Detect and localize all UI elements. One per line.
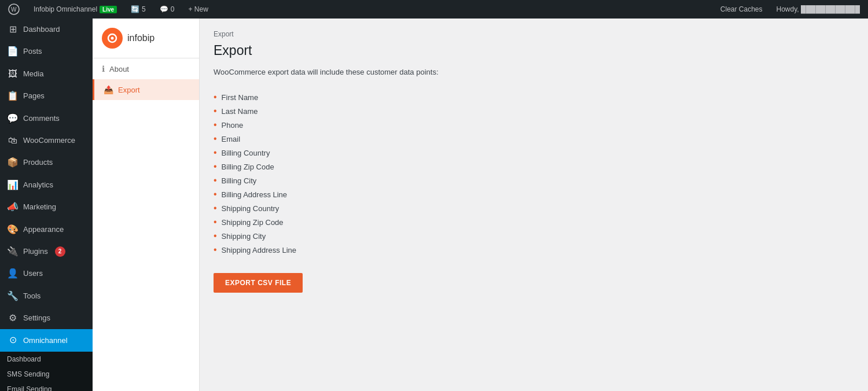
tools-icon: 🔧 — [7, 290, 19, 303]
list-item: •Billing Country — [214, 146, 854, 160]
plugin-logo: infobip — [93, 19, 199, 58]
bullet-icon: • — [214, 245, 217, 254]
bullet-icon: • — [214, 93, 217, 102]
sidebar-item-users[interactable]: 👤 Users — [0, 263, 93, 285]
sidebar-item-pages[interactable]: 📋 Pages — [0, 85, 93, 107]
export-icon: 📤 — [104, 85, 113, 94]
sidebar-item-appearance[interactable]: 🎨 Appearance — [0, 219, 93, 241]
svg-text:W: W — [11, 6, 17, 13]
woocommerce-icon: 🛍 — [7, 134, 19, 147]
list-item: •First Name — [214, 90, 854, 104]
users-icon: 👤 — [7, 267, 19, 280]
svg-point-3 — [111, 37, 114, 40]
plugins-badge: 2 — [55, 246, 65, 257]
settings-icon: ⚙ — [7, 312, 19, 324]
plugin-nav-about[interactable]: ℹ About — [93, 58, 199, 79]
pages-icon: 📋 — [7, 90, 19, 102]
list-item: •Shipping Zip Code — [214, 215, 854, 229]
bullet-icon: • — [214, 204, 217, 213]
analytics-icon: 📊 — [7, 179, 19, 191]
about-icon: ℹ — [102, 64, 105, 73]
marketing-icon: 📣 — [7, 201, 19, 213]
sidebar-item-settings[interactable]: ⚙ Settings — [0, 307, 93, 329]
bullet-icon: • — [214, 106, 217, 116]
products-icon: 📦 — [7, 156, 19, 169]
appearance-icon: 🎨 — [7, 223, 19, 236]
page-description: WooCommerce export data will include the… — [214, 68, 854, 76]
plugin-logo-text: infobip — [127, 33, 155, 43]
list-item: •Shipping Country — [214, 201, 854, 215]
list-item: •Billing Zip Code — [214, 160, 854, 174]
plugin-nav-export[interactable]: 📤 Export — [93, 79, 199, 100]
data-points-list: •First Name•Last Name•Phone•Email•Billin… — [214, 90, 854, 257]
posts-icon: 📄 — [7, 45, 19, 58]
list-item: •Shipping City — [214, 229, 854, 243]
infobip-logo-icon — [102, 28, 123, 49]
new-item[interactable]: + New — [185, 0, 211, 19]
omnichannel-submenu: Dashboard SMS Sending Email Sending Data… — [0, 352, 93, 391]
list-item: •Billing City — [214, 174, 854, 187]
page-title: Export — [214, 43, 854, 58]
list-item: •Billing Address Line — [214, 187, 854, 201]
list-item: •Last Name — [214, 104, 854, 118]
updates-item[interactable]: 🔄 5 — [127, 0, 149, 19]
plugin-sidebar: infobip ℹ About 📤 Export — [93, 19, 200, 391]
omnichannel-sub-dashboard[interactable]: Dashboard — [0, 352, 93, 367]
list-item: •Phone — [214, 118, 854, 132]
bullet-icon: • — [214, 120, 217, 130]
sidebar-item-products[interactable]: 📦 Products — [0, 152, 93, 174]
sidebar-item-omnichannel[interactable]: ⊙ Omnichannel — [0, 329, 93, 351]
dashboard-icon: ⊞ — [7, 23, 19, 36]
list-item: •Shipping Address Line — [214, 243, 854, 257]
bullet-icon: • — [214, 148, 217, 157]
sidebar-item-tools[interactable]: 🔧 Tools — [0, 285, 93, 307]
sidebar-item-analytics[interactable]: 📊 Analytics — [0, 174, 93, 196]
comments-item[interactable]: 💬 0 — [156, 0, 178, 19]
howdy-item[interactable]: Howdy, ████████████ — [773, 0, 863, 19]
breadcrumb: Export — [214, 30, 854, 38]
bullet-icon: • — [214, 217, 217, 227]
clear-caches-button[interactable]: Clear Caches — [717, 0, 766, 19]
comments-icon: 💬 — [7, 112, 19, 125]
main-content: Export Export WooCommerce export data wi… — [200, 19, 868, 391]
sidebar-item-plugins[interactable]: 🔌 Plugins 2 — [0, 241, 93, 263]
wp-logo-item[interactable]: W — [5, 0, 23, 19]
sidebar-item-marketing[interactable]: 📣 Marketing — [0, 196, 93, 218]
bullet-icon: • — [214, 162, 217, 171]
omnichannel-sub-sms[interactable]: SMS Sending — [0, 367, 93, 382]
sidebar-item-dashboard[interactable]: ⊞ Dashboard — [0, 19, 93, 40]
plugins-icon: 🔌 — [7, 245, 19, 258]
sidebar-item-media[interactable]: 🖼 Media — [0, 63, 93, 85]
main-sidebar: ⊞ Dashboard 📄 Posts 🖼 Media 📋 Pages 💬 Co… — [0, 19, 93, 391]
sidebar-item-woocommerce[interactable]: 🛍 WooCommerce — [0, 130, 93, 152]
omnichannel-icon: ⊙ — [7, 334, 19, 346]
omnichannel-sub-email[interactable]: Email Sending — [0, 382, 93, 391]
export-csv-button[interactable]: EXPORT CSV FILE — [214, 273, 303, 293]
admin-bar: W Infobip Omnichannel Live 🔄 5 💬 0 + New… — [0, 0, 868, 19]
list-item: •Email — [214, 132, 854, 146]
bullet-icon: • — [214, 190, 217, 199]
sidebar-item-posts[interactable]: 📄 Posts — [0, 40, 93, 62]
bullet-icon: • — [214, 231, 217, 241]
media-icon: 🖼 — [7, 68, 19, 80]
bullet-icon: • — [214, 176, 217, 185]
site-name-item[interactable]: Infobip Omnichannel Live — [30, 0, 120, 19]
sidebar-item-comments[interactable]: 💬 Comments — [0, 108, 93, 130]
bullet-icon: • — [214, 134, 217, 143]
